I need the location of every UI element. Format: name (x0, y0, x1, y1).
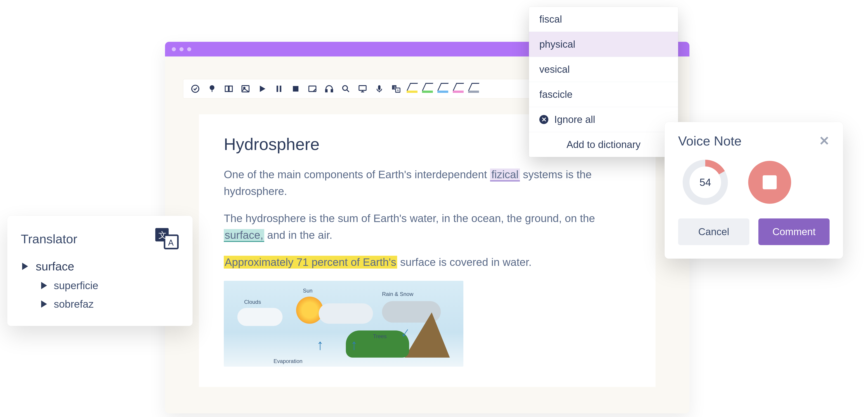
p3-text-b: surface is covered in water. (397, 256, 532, 268)
illus-label-clouds: Clouds (244, 299, 261, 305)
translate-icon[interactable]: 文A (390, 83, 402, 95)
illus-label-sun: Sun (303, 288, 313, 294)
svg-text:文: 文 (158, 230, 166, 240)
spell-suggestion-0[interactable]: fiscal (529, 7, 678, 32)
svg-rect-6 (280, 86, 281, 92)
water-cycle-illustration: ↑ ↑ ↓ Sun Clouds Rain & Snow Trees Evapo… (224, 281, 463, 366)
tree-icon[interactable] (206, 83, 218, 95)
translator-source-word: surface (36, 260, 74, 273)
check-icon[interactable] (189, 83, 202, 95)
cancel-button[interactable]: Cancel (678, 219, 749, 245)
screenshot-icon[interactable] (306, 83, 318, 95)
search-icon[interactable] (340, 83, 352, 95)
spell-ignore-all[interactable]: ✕ Ignore all (529, 107, 678, 132)
spell-suggestion-3[interactable]: fascicle (529, 82, 678, 107)
illus-label-evap: Evaporation (274, 358, 303, 364)
window-close-dot[interactable] (172, 47, 176, 51)
mic-icon[interactable] (373, 83, 385, 95)
svg-text:A: A (168, 238, 174, 247)
spell-suggestion-label: vesical (539, 64, 570, 75)
highlighter-green[interactable] (422, 85, 433, 93)
translation-label: superficie (54, 280, 98, 292)
svg-rect-2 (212, 89, 213, 92)
record-timer-ring: 54 (683, 160, 728, 205)
svg-rect-12 (359, 86, 366, 90)
highlighter-blue[interactable] (437, 85, 448, 93)
translator-source-row[interactable]: surface (22, 260, 179, 273)
up-arrow-icon: ↑ (316, 336, 324, 353)
svg-rect-10 (331, 90, 333, 92)
p2-text-a: The hydrosphere is the sum of Earth's wa… (224, 212, 595, 224)
highlighter-yellow[interactable] (407, 85, 417, 93)
cloud-graphic (237, 308, 283, 326)
spell-suggestion-label: physical (539, 39, 575, 50)
highlighter-pink[interactable] (453, 85, 464, 93)
spell-suggestion-1[interactable]: physical (529, 32, 678, 57)
svg-rect-9 (326, 90, 327, 92)
svg-point-11 (343, 86, 347, 90)
monitor-icon[interactable] (356, 83, 369, 95)
teal-highlight-word[interactable]: surface, (224, 229, 264, 242)
svg-text:A: A (397, 89, 399, 92)
close-circle-icon: ✕ (539, 115, 548, 124)
p1-text-a: One of the main components of Earth's in… (224, 168, 490, 181)
stop-icon[interactable] (289, 83, 302, 95)
cloud-graphic (319, 303, 373, 324)
svg-rect-13 (378, 85, 381, 90)
misspelled-word[interactable]: fizical (490, 168, 520, 182)
stop-icon (763, 175, 777, 189)
translation-item-0[interactable]: superficie (41, 280, 179, 292)
translate-icon: 文A (154, 227, 179, 251)
paragraph-3: Approximately 71 percent of Earth's surf… (224, 254, 631, 270)
play-icon[interactable] (41, 282, 47, 289)
spellcheck-menu: fiscal physical vesical fascicle ✕ Ignor… (529, 7, 678, 157)
record-seconds: 54 (689, 166, 721, 198)
highlighter-clear[interactable] (468, 85, 479, 93)
window-max-dot[interactable] (187, 47, 191, 51)
spell-suggestion-label: fiscal (539, 13, 562, 25)
headphones-icon[interactable] (323, 83, 335, 95)
translation-item-1[interactable]: sobrefaz (41, 298, 179, 310)
voice-note-title: Voice Note (678, 133, 742, 149)
spell-add-dictionary[interactable]: Add to dictionary (529, 132, 678, 157)
play-icon[interactable] (41, 300, 47, 308)
paragraph-1: One of the main components of Earth's in… (224, 166, 631, 200)
svg-text:文: 文 (393, 86, 397, 90)
p2-text-b: and in the air. (264, 229, 333, 241)
image-icon[interactable] (239, 83, 252, 95)
paragraph-2: The hydrosphere is the sum of Earth's wa… (224, 210, 631, 244)
book-icon[interactable] (223, 83, 235, 95)
voice-note-panel: Voice Note ✕ 54 Cancel Comment (664, 122, 843, 259)
spell-suggestion-2[interactable]: vesical (529, 57, 678, 82)
svg-rect-7 (293, 86, 299, 92)
mountain-graphic (405, 312, 450, 358)
up-arrow-icon: ↑ (350, 336, 358, 353)
illus-label-rain: Rain & Snow (382, 291, 413, 297)
spell-suggestion-label: fascicle (539, 89, 572, 100)
window-min-dot[interactable] (180, 47, 184, 51)
play-icon[interactable] (22, 263, 28, 270)
svg-rect-5 (277, 86, 278, 92)
spell-add-label: Add to dictionary (566, 139, 641, 150)
yellow-highlight-span[interactable]: Approximately 71 percent of Earth's (224, 256, 397, 268)
translator-panel: Translator 文A surface superficie sobrefa… (7, 216, 193, 326)
svg-rect-8 (309, 86, 316, 92)
stop-record-button[interactable] (748, 161, 791, 204)
translator-title: Translator (21, 231, 77, 246)
spell-ignore-label: Ignore all (554, 114, 595, 125)
pause-icon[interactable] (273, 83, 285, 95)
comment-button[interactable]: Comment (758, 219, 830, 245)
close-icon[interactable]: ✕ (819, 133, 830, 148)
play-icon[interactable] (256, 83, 268, 95)
illus-label-trees: Trees (373, 333, 386, 340)
translation-label: sobrefaz (54, 298, 94, 310)
